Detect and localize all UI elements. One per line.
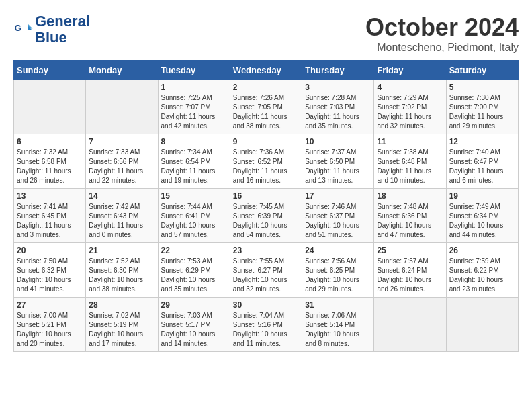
location-title: Montescheno, Piedmont, Italy [365, 42, 519, 54]
table-cell: 7Sunrise: 7:33 AM Sunset: 6:56 PM Daylig… [86, 134, 158, 189]
table-cell: 18Sunrise: 7:48 AM Sunset: 6:36 PM Dayli… [374, 189, 446, 243]
day-info: Sunrise: 7:25 AM Sunset: 7:07 PM Dayligh… [161, 93, 227, 131]
week-row-4: 20Sunrise: 7:50 AM Sunset: 6:32 PM Dayli… [14, 243, 519, 298]
day-number: 23 [233, 246, 299, 255]
day-number: 20 [17, 246, 83, 255]
header: G General Blue October 2024 Montescheno,… [13, 13, 519, 54]
title-area: October 2024 Montescheno, Piedmont, Ital… [365, 13, 519, 54]
table-cell: 20Sunrise: 7:50 AM Sunset: 6:32 PM Dayli… [14, 243, 86, 298]
day-number: 1 [161, 83, 227, 92]
day-info: Sunrise: 7:38 AM Sunset: 6:48 PM Dayligh… [377, 148, 443, 185]
day-number: 16 [233, 191, 299, 201]
table-cell: 21Sunrise: 7:52 AM Sunset: 6:30 PM Dayli… [86, 243, 158, 298]
day-info: Sunrise: 7:06 AM Sunset: 5:14 PM Dayligh… [305, 311, 371, 349]
day-number: 24 [305, 246, 371, 255]
table-cell: 11Sunrise: 7:38 AM Sunset: 6:48 PM Dayli… [374, 134, 446, 189]
day-info: Sunrise: 7:26 AM Sunset: 7:05 PM Dayligh… [233, 93, 299, 131]
day-info: Sunrise: 7:36 AM Sunset: 6:52 PM Dayligh… [233, 148, 299, 185]
table-cell [86, 80, 158, 134]
table-cell: 29Sunrise: 7:03 AM Sunset: 5:17 PM Dayli… [158, 298, 230, 352]
day-info: Sunrise: 7:52 AM Sunset: 6:30 PM Dayligh… [89, 257, 154, 294]
day-info: Sunrise: 7:56 AM Sunset: 6:25 PM Dayligh… [305, 257, 371, 294]
weekday-header-friday: Friday [374, 61, 446, 80]
day-number: 13 [17, 191, 83, 201]
day-number: 12 [449, 137, 515, 146]
day-number: 22 [161, 246, 227, 255]
table-cell [14, 80, 86, 134]
day-number: 21 [89, 246, 154, 255]
day-info: Sunrise: 7:45 AM Sunset: 6:39 PM Dayligh… [233, 202, 299, 240]
month-title: October 2024 [365, 13, 519, 42]
table-cell: 5Sunrise: 7:30 AM Sunset: 7:00 PM Daylig… [446, 80, 518, 134]
day-info: Sunrise: 7:48 AM Sunset: 6:36 PM Dayligh… [377, 202, 443, 240]
day-number: 18 [377, 191, 443, 201]
week-row-3: 13Sunrise: 7:41 AM Sunset: 6:45 PM Dayli… [14, 189, 519, 243]
day-info: Sunrise: 7:59 AM Sunset: 6:22 PM Dayligh… [449, 257, 515, 294]
day-info: Sunrise: 7:32 AM Sunset: 6:58 PM Dayligh… [17, 148, 83, 185]
weekday-header-row: SundayMondayTuesdayWednesdayThursdayFrid… [14, 61, 519, 80]
day-number: 11 [377, 137, 443, 146]
logo-line2: Blue [35, 30, 90, 46]
day-number: 26 [449, 246, 515, 255]
table-cell: 8Sunrise: 7:34 AM Sunset: 6:54 PM Daylig… [158, 134, 230, 189]
table-cell: 9Sunrise: 7:36 AM Sunset: 6:52 PM Daylig… [230, 134, 302, 189]
table-cell: 24Sunrise: 7:56 AM Sunset: 6:25 PM Dayli… [302, 243, 374, 298]
day-info: Sunrise: 7:40 AM Sunset: 6:47 PM Dayligh… [449, 148, 515, 185]
day-number: 17 [305, 191, 371, 201]
day-number: 9 [233, 137, 299, 146]
day-info: Sunrise: 7:53 AM Sunset: 6:29 PM Dayligh… [161, 257, 227, 294]
day-number: 6 [17, 137, 83, 146]
day-info: Sunrise: 7:28 AM Sunset: 7:03 PM Dayligh… [305, 93, 371, 131]
weekday-header-sunday: Sunday [14, 61, 86, 80]
day-info: Sunrise: 7:03 AM Sunset: 5:17 PM Dayligh… [161, 311, 227, 349]
table-cell: 27Sunrise: 7:00 AM Sunset: 5:21 PM Dayli… [14, 298, 86, 352]
day-number: 5 [449, 83, 515, 92]
day-info: Sunrise: 7:02 AM Sunset: 5:19 PM Dayligh… [89, 311, 154, 349]
weekday-header-saturday: Saturday [446, 61, 518, 80]
day-number: 15 [161, 191, 227, 201]
weekday-header-tuesday: Tuesday [158, 61, 230, 80]
table-cell: 12Sunrise: 7:40 AM Sunset: 6:47 PM Dayli… [446, 134, 518, 189]
table-cell: 23Sunrise: 7:55 AM Sunset: 6:27 PM Dayli… [230, 243, 302, 298]
day-info: Sunrise: 7:00 AM Sunset: 5:21 PM Dayligh… [17, 311, 83, 349]
table-cell [446, 298, 518, 352]
table-cell: 17Sunrise: 7:46 AM Sunset: 6:37 PM Dayli… [302, 189, 374, 243]
table-cell: 26Sunrise: 7:59 AM Sunset: 6:22 PM Dayli… [446, 243, 518, 298]
day-number: 19 [449, 191, 515, 201]
day-info: Sunrise: 7:41 AM Sunset: 6:45 PM Dayligh… [17, 202, 83, 240]
day-info: Sunrise: 7:57 AM Sunset: 6:24 PM Dayligh… [377, 257, 443, 294]
svg-text:G: G [15, 23, 22, 33]
day-number: 10 [305, 137, 371, 146]
weekday-header-thursday: Thursday [302, 61, 374, 80]
day-info: Sunrise: 7:46 AM Sunset: 6:37 PM Dayligh… [305, 202, 371, 240]
table-cell: 3Sunrise: 7:28 AM Sunset: 7:03 PM Daylig… [302, 80, 374, 134]
table-cell: 30Sunrise: 7:04 AM Sunset: 5:16 PM Dayli… [230, 298, 302, 352]
day-info: Sunrise: 7:30 AM Sunset: 7:00 PM Dayligh… [449, 93, 515, 131]
table-cell: 4Sunrise: 7:29 AM Sunset: 7:02 PM Daylig… [374, 80, 446, 134]
day-number: 3 [305, 83, 371, 92]
day-number: 27 [17, 300, 83, 310]
table-cell: 25Sunrise: 7:57 AM Sunset: 6:24 PM Dayli… [374, 243, 446, 298]
table-cell: 10Sunrise: 7:37 AM Sunset: 6:50 PM Dayli… [302, 134, 374, 189]
logo-line1: General [35, 13, 90, 30]
table-cell: 22Sunrise: 7:53 AM Sunset: 6:29 PM Dayli… [158, 243, 230, 298]
day-info: Sunrise: 7:04 AM Sunset: 5:16 PM Dayligh… [233, 311, 299, 349]
day-number: 28 [89, 300, 154, 310]
day-info: Sunrise: 7:44 AM Sunset: 6:41 PM Dayligh… [161, 202, 227, 240]
table-cell: 16Sunrise: 7:45 AM Sunset: 6:39 PM Dayli… [230, 189, 302, 243]
day-number: 8 [161, 137, 227, 146]
table-cell: 13Sunrise: 7:41 AM Sunset: 6:45 PM Dayli… [14, 189, 86, 243]
day-info: Sunrise: 7:37 AM Sunset: 6:50 PM Dayligh… [305, 148, 371, 185]
day-number: 2 [233, 83, 299, 92]
week-row-5: 27Sunrise: 7:00 AM Sunset: 5:21 PM Dayli… [14, 298, 519, 352]
day-number: 30 [233, 300, 299, 310]
day-number: 29 [161, 300, 227, 310]
day-number: 7 [89, 137, 154, 146]
calendar-table: SundayMondayTuesdayWednesdayThursdayFrid… [13, 60, 519, 352]
logo: G General Blue [13, 13, 90, 46]
table-cell: 6Sunrise: 7:32 AM Sunset: 6:58 PM Daylig… [14, 134, 86, 189]
table-cell: 28Sunrise: 7:02 AM Sunset: 5:19 PM Dayli… [86, 298, 158, 352]
day-number: 14 [89, 191, 154, 201]
day-info: Sunrise: 7:42 AM Sunset: 6:43 PM Dayligh… [89, 202, 154, 240]
table-cell: 19Sunrise: 7:49 AM Sunset: 6:34 PM Dayli… [446, 189, 518, 243]
